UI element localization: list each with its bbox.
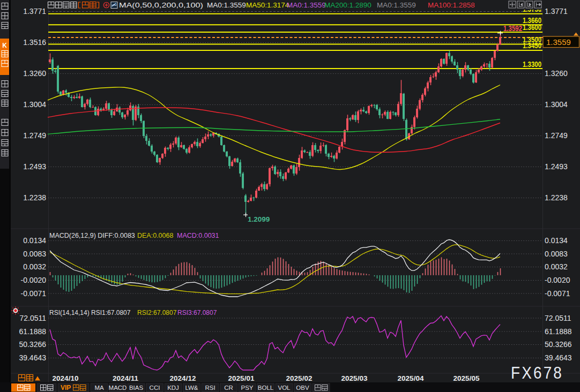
svg-text:RSI3:67.0807: RSI3:67.0807 [177, 309, 217, 316]
svg-text:CR: CR [224, 385, 233, 391]
svg-text:0.0032: 0.0032 [23, 262, 46, 271]
svg-text:-0.0071: -0.0071 [545, 289, 570, 298]
svg-text:0.0134: 0.0134 [545, 236, 568, 245]
svg-text:1.3600: 1.3600 [523, 23, 541, 32]
svg-text:2024/10: 2024/10 [53, 374, 79, 382]
svg-text:39.4643: 39.4643 [19, 353, 46, 362]
svg-text:61.1888: 61.1888 [19, 327, 46, 336]
svg-text:2024/11: 2024/11 [113, 374, 139, 382]
svg-text:RSI: RSI [205, 385, 215, 391]
svg-text:1.2749: 1.2749 [23, 131, 46, 140]
svg-text:1.3450: 1.3450 [523, 41, 541, 50]
svg-text:-0.0020: -0.0020 [545, 276, 570, 284]
svg-text:RSI(14,14,14) RSI1:67.0807: RSI(14,14,14) RSI1:67.0807 [49, 309, 131, 316]
svg-text:1.2749: 1.2749 [545, 131, 568, 140]
svg-text:50.3266: 50.3266 [19, 340, 46, 349]
svg-text:OBV: OBV [296, 385, 309, 391]
svg-text:2024/12: 2024/12 [170, 374, 196, 382]
svg-text:MACD: MACD [109, 385, 127, 391]
svg-text:MACD:0.0031: MACD:0.0031 [177, 232, 219, 239]
svg-text:MA0:1.3559: MA0:1.3559 [287, 1, 326, 9]
svg-text:MA(0,50,0,200,0,100): MA(0,50,0,200,0,100) [119, 1, 203, 9]
svg-text:1.3771: 1.3771 [23, 7, 46, 16]
svg-text:0.0083: 0.0083 [23, 250, 46, 258]
svg-text:2025/04: 2025/04 [398, 374, 424, 382]
svg-text:1.3771: 1.3771 [545, 7, 568, 16]
svg-text:MA100:1.2858: MA100:1.2858 [428, 1, 475, 9]
svg-text:BOLL: BOLL [258, 385, 274, 391]
svg-text:1.3004: 1.3004 [545, 100, 568, 109]
svg-text:1.3260: 1.3260 [545, 69, 568, 78]
svg-text:2025/05: 2025/05 [453, 374, 480, 382]
svg-text:CCI: CCI [150, 385, 160, 391]
svg-text:39.4643: 39.4643 [545, 353, 572, 362]
svg-text:2025/03: 2025/03 [341, 374, 368, 382]
svg-text:72.0511: 72.0511 [545, 314, 571, 322]
svg-text:-0.0071: -0.0071 [21, 289, 47, 298]
svg-text:VIP: VIP [61, 384, 71, 391]
svg-text:1.2493: 1.2493 [23, 162, 46, 171]
svg-text:MA200:1.2890: MA200:1.2890 [324, 1, 371, 9]
svg-text:KDJ: KDJ [167, 385, 179, 391]
svg-text:0.0134: 0.0134 [23, 236, 46, 245]
svg-text:MA0:1.3559: MA0:1.3559 [377, 1, 416, 9]
svg-text:1.3516: 1.3516 [23, 38, 46, 47]
svg-text:1.3260: 1.3260 [23, 69, 46, 78]
svg-text:FX678: FX678 [511, 364, 563, 382]
svg-text:MA0:1.3559: MA0:1.3559 [207, 1, 246, 9]
svg-text:1.3300: 1.3300 [523, 60, 541, 69]
svg-text:1.3004: 1.3004 [23, 100, 46, 109]
svg-text:0.0032: 0.0032 [545, 262, 568, 271]
svg-text:DEA:0.0068: DEA:0.0068 [137, 232, 173, 239]
svg-text:1.3592: 1.3592 [503, 24, 522, 33]
svg-text:LW&: LW& [185, 385, 198, 391]
svg-text:50.3266: 50.3266 [545, 340, 572, 349]
svg-text:MA: MA [94, 385, 104, 391]
svg-text:RSI2:67.0807: RSI2:67.0807 [137, 309, 177, 316]
svg-text:1.2238: 1.2238 [545, 193, 568, 202]
svg-text:61.1888: 61.1888 [545, 327, 572, 336]
svg-text:1.3559: 1.3559 [546, 37, 571, 47]
svg-text:1.2493: 1.2493 [545, 162, 568, 171]
svg-text:MA50:1.3174: MA50:1.3174 [246, 1, 289, 9]
svg-text:2025/01: 2025/01 [228, 374, 255, 382]
svg-text:-0.0020: -0.0020 [21, 276, 47, 284]
svg-text:72.0511: 72.0511 [19, 314, 46, 322]
svg-text:1.2238: 1.2238 [23, 193, 46, 202]
svg-text:2025/02: 2025/02 [286, 374, 313, 382]
svg-text:K: K [2, 42, 7, 49]
svg-text:VOL: VOL [278, 385, 291, 391]
svg-text:MACD(26,12,9) DIFF:0.0083: MACD(26,12,9) DIFF:0.0083 [49, 232, 135, 239]
svg-text:PSY: PSY [241, 385, 253, 391]
svg-text:0.0083: 0.0083 [545, 250, 568, 258]
svg-text:1.2099: 1.2099 [248, 215, 270, 223]
svg-text:BIAS: BIAS [129, 385, 144, 391]
